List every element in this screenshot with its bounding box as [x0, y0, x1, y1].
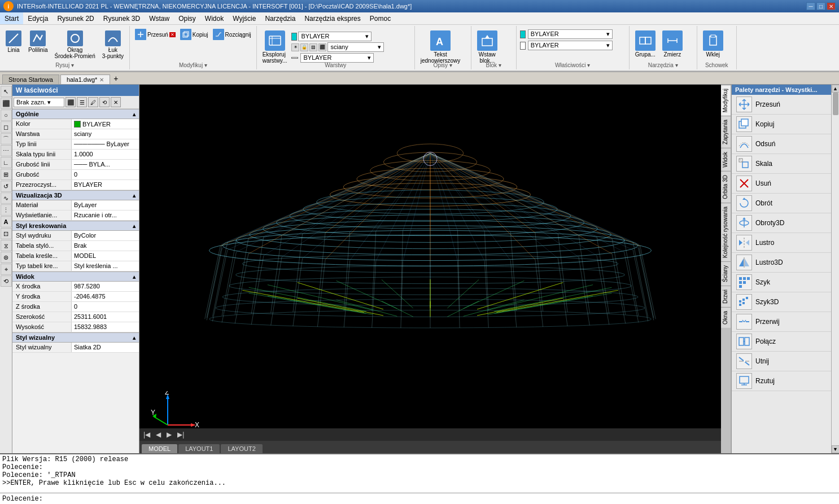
ribbon-btn-grupa[interactable]: Grupa... [633, 29, 658, 59]
ribbon-btn-zmierz[interactable]: Zmierz [660, 29, 685, 59]
section-ogolnie-header[interactable]: Ogólnie ▴ [12, 109, 139, 119]
ribbon-btn-linia[interactable]: Linia [3, 29, 24, 54]
scroll-thumb[interactable] [833, 93, 838, 115]
ribbon-btn-polilinia[interactable]: Polilinia [26, 29, 50, 54]
menu-wstaw[interactable]: Wstaw [145, 12, 174, 24]
lt-btn-13[interactable]: ⊛ [1, 252, 12, 263]
lt-btn-5[interactable]: ⋯ [1, 145, 12, 156]
ribbon-btn-rozciagnij[interactable]: Rozciągnij [211, 28, 253, 41]
rp-tab-okna[interactable]: Okna [721, 307, 731, 328]
ribbon-btn-wstaw-blok[interactable]: Wstawblok... [475, 29, 500, 65]
new-tab-button[interactable]: + [111, 73, 120, 84]
rp-tab-sciany[interactable]: Ściany [721, 261, 731, 286]
scroll-up[interactable]: ▲ [832, 85, 840, 93]
vp-tab-layout2[interactable]: LAYOUT2 [221, 444, 262, 453]
viewport[interactable]: Z Y X |◀ ◀ ▶ ▶| MODEL LAYOUT1 LAYOUT2 [139, 85, 721, 453]
sel-icon-2[interactable]: ☰ [77, 97, 87, 107]
layer-btn-1[interactable]: ☀ [291, 43, 299, 51]
layer-dropdown-1[interactable]: BYLAYER▾ [298, 32, 372, 41]
tool-obroty3d[interactable]: Obroty3D [732, 213, 831, 233]
tool-lustro3d[interactable]: Lustro3D [732, 253, 831, 273]
prop-linetype-dropdown[interactable]: BYLAYER▾ [528, 41, 613, 50]
rp-tab-widok[interactable]: Widok [721, 148, 731, 171]
tool-przerwij[interactable]: Przerwij [732, 312, 831, 332]
lt-btn-0[interactable]: ↖ [1, 86, 12, 97]
lt-btn-text[interactable]: A [1, 216, 12, 227]
lt-btn-6[interactable]: ∟ [1, 157, 12, 168]
rp-tab-drzwi[interactable]: Drzwi [721, 286, 731, 307]
layer-btn-2[interactable]: 🔒 [300, 43, 308, 51]
tool-lustro[interactable]: Lustro [732, 233, 831, 253]
menu-widok[interactable]: Widok [200, 12, 228, 24]
selection-dropdown[interactable]: Brak zazn. ▾ [14, 98, 64, 107]
lt-btn-9[interactable]: ∿ [1, 192, 12, 204]
sel-icon-3[interactable]: 🖊 [88, 97, 98, 107]
section-styl-kreskowania-header[interactable]: Styl kreskowania ▴ [12, 221, 139, 231]
minimize-button[interactable]: ─ [806, 2, 815, 10]
prop-layer-dropdown[interactable]: BYLAYER▾ [528, 29, 613, 39]
section-styl-wizualny-header[interactable]: Styl wizualny ▴ [12, 332, 139, 343]
menu-opisy[interactable]: Opisy [174, 12, 200, 24]
lt-btn-10[interactable]: ⋮ [1, 204, 12, 216]
vp-tab-layout1[interactable]: LAYOUT1 [178, 444, 220, 453]
nav-prev[interactable]: ◀ [154, 431, 163, 439]
lt-btn-8[interactable]: ↺ [1, 181, 12, 192]
sel-icon-5[interactable]: ✕ [111, 97, 121, 107]
lt-btn-2[interactable]: ○ [1, 109, 12, 121]
tool-szyk[interactable]: Szyk [732, 273, 831, 292]
ribbon-btn-kopiuj[interactable]: Kopiuj [178, 28, 210, 41]
lt-btn-4[interactable]: ⌒ [1, 133, 12, 144]
ribbon-btn-luk[interactable]: Łuk3-punkty [100, 29, 126, 60]
menu-wyjscie[interactable]: Wyjście [228, 12, 260, 24]
scroll-track[interactable] [832, 93, 839, 445]
tool-rzutuj[interactable]: Rzutuj [732, 371, 831, 391]
lt-btn-14[interactable]: ⌖ [1, 264, 12, 275]
tool-skala[interactable]: Skala [732, 154, 831, 174]
menu-rysunek3d[interactable]: Rysunek 3D [99, 12, 145, 24]
menu-pomoc[interactable]: Pomoc [365, 12, 395, 24]
drawing-canvas[interactable] [139, 85, 721, 453]
tool-przesun[interactable]: Przesuń [732, 95, 831, 115]
rp-tab-orbita3d[interactable]: Orbita 3D [721, 171, 731, 203]
sel-icon-1[interactable]: ⬛ [65, 97, 76, 107]
tool-szyk3d[interactable]: Szyk3D [732, 292, 831, 312]
lt-btn-11[interactable]: ⊡ [1, 228, 12, 239]
tab-strona-startowa[interactable]: Strona Startowa [2, 74, 59, 84]
sel-icon-4[interactable]: ⟲ [99, 97, 110, 107]
tool-usun[interactable]: Usuń [732, 174, 831, 194]
menu-edycja[interactable]: Edycja [23, 12, 53, 24]
lt-btn-15[interactable]: ⟲ [1, 275, 12, 287]
tab-close-icon[interactable]: ✕ [99, 77, 104, 83]
close-button[interactable]: ✕ [827, 2, 836, 10]
nav-next[interactable]: ▶ [165, 431, 173, 439]
tool-obrot[interactable]: Obrót [732, 194, 831, 213]
nav-first[interactable]: |◀ [142, 431, 152, 439]
rp-tab-zapytania[interactable]: Zapytania [721, 116, 731, 148]
layer-btn-4[interactable]: ⬛ [318, 43, 326, 51]
tool-utnij[interactable]: Utnij [732, 352, 831, 371]
ribbon-btn-przesun[interactable]: Przesuń ✕ [133, 28, 177, 41]
linetype-dropdown[interactable]: BYLAYER▾ [300, 53, 374, 63]
menu-narzedzia-ekspres[interactable]: Narzędzia ekspres [300, 12, 365, 24]
nav-last[interactable]: ▶| [176, 431, 186, 439]
lt-btn-3[interactable]: ◻ [1, 121, 12, 133]
tool-odsun[interactable]: Odsuń [732, 134, 831, 154]
menu-narzedzia[interactable]: Narzędzia [260, 12, 300, 24]
ribbon-btn-tekst[interactable]: A Tekstjednowierszowy [418, 29, 463, 65]
tool-kopiuj[interactable]: Kopiuj [732, 115, 831, 134]
section-wizualizacja3d-header[interactable]: Wizualizacja 3D ▴ [12, 190, 139, 200]
section-widok-header[interactable]: Widok ▴ [12, 271, 139, 282]
tab-hala1-dwg[interactable]: hala1.dwg* ✕ [60, 74, 110, 84]
layer-btn-3[interactable]: ▨ [309, 43, 317, 51]
scroll-down[interactable]: ▼ [832, 445, 840, 453]
rp-tab-modyfikuj[interactable]: Modyfikuj [721, 85, 731, 116]
menu-start[interactable]: Start [0, 12, 23, 24]
lt-btn-1[interactable]: ⬛ [1, 98, 12, 109]
layer-dropdown-2[interactable]: sciany▾ [327, 42, 384, 52]
ribbon-btn-okrag[interactable]: OkrągŚrodek-Promień [52, 29, 97, 60]
lt-btn-12[interactable]: ⧖ [1, 240, 12, 251]
tool-polacz[interactable]: Połącz [732, 332, 831, 352]
ribbon-btn-exploruj[interactable]: Eksplorujwarstwy... [260, 29, 290, 65]
command-input[interactable] [45, 495, 837, 503]
vp-tab-model[interactable]: MODEL [142, 444, 177, 453]
